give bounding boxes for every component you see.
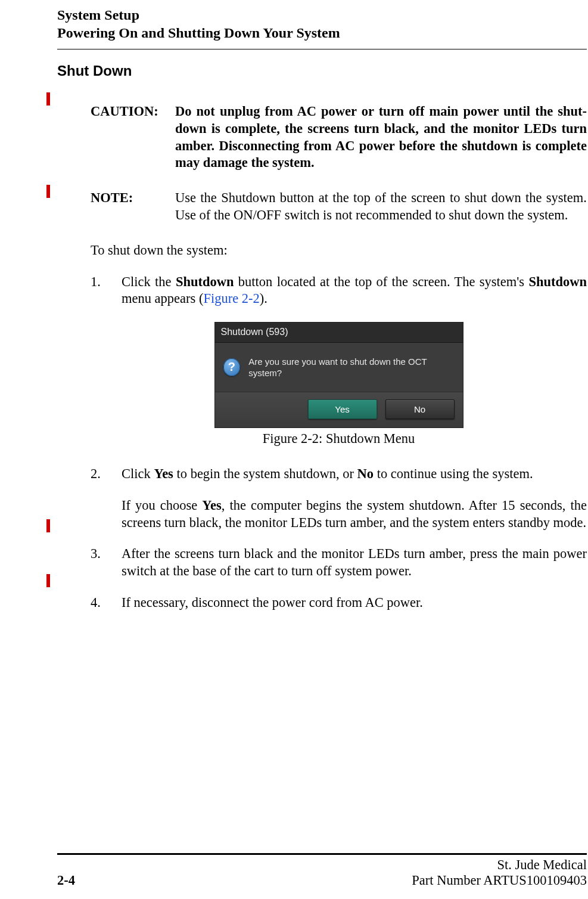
step-4-text: If necessary, disconnect the power cord … [122,594,587,612]
intro-paragraph: To shut down the system: [91,242,587,259]
section-title: Shut Down [57,63,587,79]
caution-label: CAUTION: [91,103,175,172]
dialog-message: Are you sure you want to shut down the O… [248,356,454,379]
step-number: 2. [91,466,122,531]
revision-bar [46,92,50,106]
page-footer: 2-4 St. Jude Medical Part Number ARTUS10… [57,853,587,888]
revision-bar [46,185,50,198]
revision-bar [46,574,50,587]
step-3-text: After the screens turn black and the mon… [122,545,587,580]
step-number: 3. [91,545,122,580]
figure-2-2: Shutdown (593) ? Are you sure you want t… [91,322,587,448]
page-number: 2-4 [57,873,75,888]
yes-ref-2: Yes [202,498,222,513]
shutdown-dialog: Shutdown (593) ? Are you sure you want t… [214,322,463,428]
step-4: 4. If necessary, disconnect the power co… [91,594,587,612]
no-button[interactable]: No [385,399,455,419]
shutdown-menu-ref: Shutdown [528,274,587,289]
yes-button[interactable]: Yes [308,399,377,419]
revision-bar-gutter [46,0,50,899]
note-text: Use the Shutdown button at the top of th… [175,190,587,224]
running-header: System Setup Powering On and Shutting Do… [57,6,587,42]
header-chapter: System Setup [57,6,587,24]
figure-caption: Figure 2-2: Shutdown Menu [91,430,587,448]
caution-text: Do not unplug from AC power or turn off … [175,103,587,172]
figure-2-2-link[interactable]: Figure 2-2 [203,291,259,306]
note-label: NOTE: [91,190,175,224]
question-icon: ? [223,358,241,376]
note-callout: NOTE: Use the Shutdown button at the top… [91,190,587,224]
header-section: Powering On and Shutting Down Your Syste… [57,24,587,42]
header-rule [57,49,587,49]
footer-org: St. Jude Medical [412,857,587,873]
step-number: 1. [91,274,122,308]
shutdown-button-ref: Shutdown [176,274,234,289]
step-3: 3. After the screens turn black and the … [91,545,587,580]
step-2-text-1: Click Yes to begin the system shutdown, … [122,466,587,483]
dialog-title: Shutdown (593) [215,323,463,342]
step-1-text: Click the Shutdown button located at the… [122,274,587,308]
caution-callout: CAUTION: Do not unplug from AC power or … [91,103,587,172]
revision-bar [46,519,50,532]
no-ref: No [357,466,374,481]
step-2-text-2: If you choose Yes, the computer begins t… [122,497,587,532]
footer-part-number: Part Number ARTUS100109403 [412,873,587,888]
step-number: 4. [91,594,122,612]
step-2: 2. Click Yes to begin the system shutdow… [91,466,587,531]
yes-ref: Yes [154,466,173,481]
step-1: 1. Click the Shutdown button located at … [91,274,587,308]
footer-rule [57,853,587,855]
